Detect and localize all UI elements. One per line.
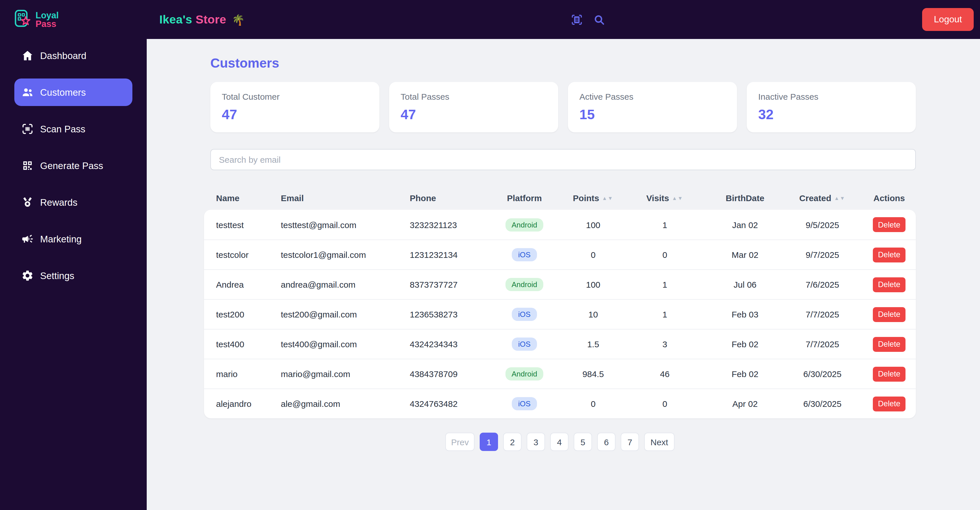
- main-content: Customers Total Customer47Total Passes47…: [147, 39, 980, 510]
- pagination-page-3[interactable]: 3: [527, 433, 545, 451]
- column-header-email: Email: [281, 193, 410, 203]
- qr-icon: [21, 159, 34, 172]
- cell-email: testtest@gmail.com: [281, 220, 410, 229]
- cell-points: 100: [565, 220, 622, 229]
- cell-email: mario@gmail.com: [281, 369, 410, 379]
- topbar: Ikea's Store 🌴 Logout: [147, 0, 980, 39]
- delete-button[interactable]: Delete: [873, 277, 905, 292]
- app: Loyal Pass DashboardCustomersScan PassGe…: [0, 0, 980, 510]
- cell-visits: 3: [622, 339, 708, 349]
- stat-value: 47: [222, 106, 368, 122]
- column-header-visits[interactable]: Visits▲▼: [622, 193, 708, 203]
- stat-value: 47: [401, 106, 547, 122]
- pagination-page-1[interactable]: 1: [480, 433, 498, 451]
- cell-visits: 1: [622, 310, 708, 319]
- cell-created: 6/30/2025: [782, 369, 862, 379]
- store-title-primary: Ikea's: [159, 13, 192, 26]
- stat-value: 15: [579, 106, 725, 122]
- cell-birthdate: Jan 02: [708, 220, 782, 229]
- delete-button[interactable]: Delete: [873, 247, 905, 262]
- search-icon[interactable]: [593, 13, 605, 25]
- column-header-actions: Actions: [862, 193, 916, 203]
- sort-arrows-icon[interactable]: ▲▼: [602, 195, 614, 201]
- cell-phone: 8373737727: [410, 280, 484, 289]
- delete-button[interactable]: Delete: [873, 307, 905, 322]
- scan-document-icon[interactable]: [571, 13, 583, 25]
- pagination-page-7[interactable]: 7: [620, 433, 639, 451]
- pagination-next[interactable]: Next: [644, 433, 675, 451]
- cell-actions: Delete: [862, 277, 916, 292]
- sidebar-item-label: Generate Pass: [40, 160, 103, 171]
- table-row: alejandroale@gmail.com4324763482iOS00Apr…: [204, 389, 916, 418]
- sidebar-item-settings[interactable]: Settings: [14, 262, 132, 289]
- column-label: Email: [281, 193, 304, 203]
- search-input[interactable]: [210, 149, 916, 170]
- column-header-created[interactable]: Created▲▼: [782, 193, 862, 203]
- cell-points: 100: [565, 280, 622, 289]
- sidebar-item-label: Rewards: [40, 197, 77, 208]
- cell-email: test400@gmail.com: [281, 339, 410, 349]
- sidebar-item-customers[interactable]: Customers: [14, 78, 132, 106]
- brand-name-line1: Loyal: [35, 11, 59, 19]
- cell-created: 7/7/2025: [782, 339, 862, 349]
- column-label: Visits: [646, 193, 669, 203]
- column-header-points[interactable]: Points▲▼: [565, 193, 622, 203]
- cell-created: 7/6/2025: [782, 280, 862, 289]
- stat-label: Active Passes: [579, 92, 725, 102]
- table-row: testcolortestcolor1@gmail.com1231232134i…: [204, 240, 916, 269]
- cell-actions: Delete: [862, 217, 916, 232]
- cell-actions: Delete: [862, 396, 916, 411]
- cell-platform: iOS: [484, 337, 565, 351]
- cell-visits: 1: [622, 220, 708, 229]
- cell-points: 10: [565, 310, 622, 319]
- column-label: Points: [573, 193, 599, 203]
- sort-arrows-icon[interactable]: ▲▼: [834, 195, 846, 201]
- pagination-page-2[interactable]: 2: [503, 433, 522, 451]
- platform-badge: iOS: [512, 308, 537, 321]
- store-title: Ikea's Store 🌴: [159, 13, 245, 26]
- stats-row: Total Customer47Total Passes47Active Pas…: [210, 82, 980, 132]
- topbar-icons: [571, 0, 605, 39]
- stat-card-active-passes: Active Passes15: [568, 82, 737, 132]
- column-label: Actions: [873, 193, 905, 203]
- cell-birthdate: Feb 03: [708, 310, 782, 319]
- sidebar-item-generate-pass[interactable]: Generate Pass: [14, 152, 132, 180]
- brand-logo: Loyal Pass: [0, 0, 147, 39]
- stat-card-total-passes: Total Passes47: [389, 82, 558, 132]
- sidebar-item-scan-pass[interactable]: Scan Pass: [14, 115, 132, 143]
- stat-card-inactive-passes: Inactive Passes32: [747, 82, 916, 132]
- sort-arrows-icon[interactable]: ▲▼: [672, 195, 683, 201]
- sidebar-item-rewards[interactable]: Rewards: [14, 189, 132, 216]
- pagination-page-4[interactable]: 4: [550, 433, 568, 451]
- pagination-page-6[interactable]: 6: [597, 433, 616, 451]
- cell-email: ale@gmail.com: [281, 399, 410, 408]
- delete-button[interactable]: Delete: [873, 367, 905, 381]
- column-label: Created: [799, 193, 831, 203]
- brand-name-line2: Pass: [35, 19, 59, 28]
- cell-name: mario: [204, 369, 281, 379]
- sidebar-item-label: Scan Pass: [40, 124, 85, 134]
- delete-button[interactable]: Delete: [873, 337, 905, 351]
- pagination-prev[interactable]: Prev: [445, 433, 474, 451]
- stat-value: 32: [758, 106, 904, 122]
- scan-icon: [21, 122, 34, 135]
- column-label: Platform: [507, 193, 542, 203]
- cell-name: Andrea: [204, 280, 281, 289]
- cell-platform: Android: [484, 278, 565, 291]
- logout-button[interactable]: Logout: [922, 8, 974, 31]
- column-label: Phone: [410, 193, 436, 203]
- sidebar-nav: DashboardCustomersScan PassGenerate Pass…: [0, 39, 147, 289]
- cell-email: test200@gmail.com: [281, 310, 410, 319]
- column-header-platform: Platform: [484, 193, 565, 203]
- delete-button[interactable]: Delete: [873, 396, 905, 411]
- medal-icon: [21, 196, 34, 208]
- cell-created: 6/30/2025: [782, 399, 862, 408]
- cell-birthdate: Feb 02: [708, 339, 782, 349]
- sidebar-item-marketing[interactable]: Marketing: [14, 225, 132, 253]
- stat-label: Total Customer: [222, 92, 368, 102]
- pagination-page-5[interactable]: 5: [574, 433, 592, 451]
- sidebar-item-dashboard[interactable]: Dashboard: [14, 42, 132, 69]
- cell-platform: iOS: [484, 308, 565, 321]
- cell-visits: 46: [622, 369, 708, 379]
- delete-button[interactable]: Delete: [873, 217, 905, 232]
